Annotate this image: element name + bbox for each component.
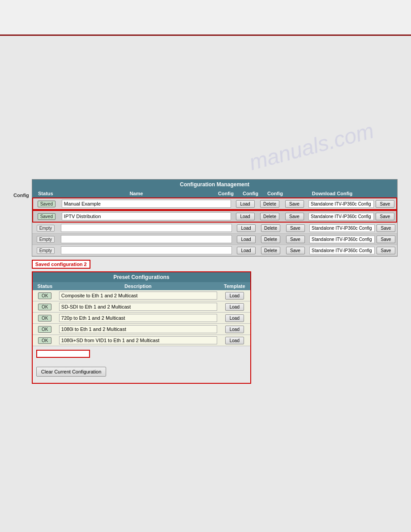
- row-delete-col-2: Delete: [257, 213, 282, 220]
- desc-input-5[interactable]: [59, 336, 217, 344]
- row-status-4: Empty: [32, 236, 59, 243]
- preset-load-col-4: Load: [219, 326, 250, 333]
- header-config2: Config: [238, 191, 263, 196]
- name-input-1[interactable]: [62, 200, 231, 208]
- preset-status-2: OK: [33, 304, 57, 310]
- preset-row-4: OK Load: [33, 324, 250, 335]
- clear-current-config-button[interactable]: Clear Current Configuration: [36, 367, 107, 377]
- ok-badge-3: OK: [38, 315, 51, 322]
- config-table-container: Configuration Management Status Name Con…: [32, 179, 398, 384]
- download-save-button-4[interactable]: Save: [377, 236, 395, 243]
- preset-section: Preset Configurations Status Description…: [32, 271, 251, 384]
- download-input-5[interactable]: [309, 247, 375, 254]
- row-load-col-3: Load: [234, 224, 258, 232]
- row-download-col-4: Save: [308, 236, 397, 243]
- desc-input-3[interactable]: [59, 314, 217, 322]
- row-name-col-1: [60, 200, 233, 208]
- preset-load-button-3[interactable]: Load: [225, 314, 244, 322]
- config-management-title: Configuration Management: [32, 180, 397, 189]
- row-load-col-1: Load: [233, 200, 257, 208]
- preset-row-2: OK Load: [33, 301, 250, 313]
- preset-section-wrapper: Preset Configurations Status Description…: [32, 271, 251, 384]
- preset-desc-col-1: [57, 292, 219, 300]
- row-status-5: Empty: [32, 247, 59, 254]
- status-badge-1: Saved: [38, 201, 56, 207]
- preset-load-button-1[interactable]: Load: [225, 292, 244, 300]
- save-button-1[interactable]: Save: [285, 200, 304, 208]
- desc-input-2[interactable]: [59, 303, 217, 311]
- row-name-col-3: [59, 224, 234, 232]
- saved-config-label: Saved configuration 2: [32, 260, 90, 269]
- red-button-area: [33, 346, 250, 362]
- preset-load-button-4[interactable]: Load: [225, 326, 244, 333]
- config-row-3: Empty Load Delete Save Save: [32, 223, 397, 234]
- download-save-button-2[interactable]: Save: [376, 213, 394, 220]
- name-input-5[interactable]: [61, 246, 232, 254]
- config-label: Config: [13, 179, 29, 198]
- saved-config-area: Saved configuration 2: [32, 258, 398, 270]
- ok-badge-1: OK: [38, 292, 51, 299]
- download-input-2[interactable]: [308, 213, 374, 220]
- load-button-4[interactable]: Load: [237, 236, 256, 243]
- save-button-5[interactable]: Save: [286, 247, 305, 254]
- download-save-button-3[interactable]: Save: [377, 224, 395, 232]
- header-config1: Config: [214, 191, 238, 196]
- download-save-button-1[interactable]: Save: [376, 200, 394, 208]
- red-empty-button[interactable]: [36, 350, 90, 358]
- delete-button-2[interactable]: Delete: [260, 213, 279, 220]
- preset-desc-col-2: [57, 303, 219, 311]
- row-name-col-2: [60, 212, 233, 220]
- preset-load-button-5[interactable]: Load: [225, 337, 244, 344]
- status-badge-5: Empty: [37, 247, 55, 254]
- preset-load-button-2[interactable]: Load: [225, 303, 244, 311]
- row-delete-col-3: Delete: [258, 224, 283, 232]
- preset-status-5: OK: [33, 337, 57, 344]
- desc-input-1[interactable]: [59, 292, 217, 300]
- save-button-3[interactable]: Save: [286, 224, 305, 232]
- name-input-2[interactable]: [62, 212, 231, 220]
- row-save-col-3: Save: [283, 224, 308, 232]
- preset-title: Preset Configurations: [33, 272, 250, 282]
- download-input-3[interactable]: [309, 224, 375, 232]
- save-button-4[interactable]: Save: [286, 236, 305, 243]
- row-status-1: Saved: [33, 201, 60, 207]
- load-button-2[interactable]: Load: [236, 213, 255, 220]
- config-row-2: Saved Load Delete Save Save: [32, 210, 397, 223]
- page-body: Config Configuration Management Status N…: [0, 40, 411, 393]
- row-delete-col-5: Delete: [258, 247, 283, 254]
- row-load-col-5: Load: [234, 247, 258, 254]
- delete-button-1[interactable]: Delete: [260, 200, 279, 208]
- row-download-col-1: Save: [307, 200, 396, 208]
- preset-status-1: OK: [33, 292, 57, 299]
- status-badge-3: Empty: [37, 225, 55, 232]
- preset-load-col-1: Load: [219, 292, 250, 300]
- row-download-col-2: Save: [307, 213, 396, 220]
- config-panel: Configuration Management Status Name Con…: [32, 179, 398, 257]
- delete-button-5[interactable]: Delete: [261, 247, 280, 254]
- config-row-4: Empty Load Delete Save Save: [32, 234, 397, 245]
- load-button-3[interactable]: Load: [237, 224, 256, 232]
- config-row-5: Empty Load Delete Save Save: [32, 245, 397, 256]
- row-load-col-4: Load: [234, 236, 258, 243]
- download-input-1[interactable]: [308, 200, 374, 208]
- header-download: Download Config: [287, 191, 377, 196]
- row-name-col-5: [59, 246, 234, 254]
- delete-button-3[interactable]: Delete: [261, 224, 280, 232]
- load-button-1[interactable]: Load: [236, 200, 255, 208]
- load-button-5[interactable]: Load: [237, 247, 256, 254]
- preset-header-desc: Description: [57, 283, 219, 289]
- row-save-col-1: Save: [282, 200, 307, 208]
- preset-row-5: OK Load: [33, 335, 250, 346]
- preset-row-3: OK Load: [33, 313, 250, 324]
- row-download-col-5: Save: [308, 247, 397, 254]
- status-badge-2: Saved: [38, 213, 56, 220]
- name-input-3[interactable]: [61, 224, 232, 232]
- preset-rows: OK Load OK Load OK Load OK: [33, 290, 250, 346]
- save-button-2[interactable]: Save: [285, 213, 304, 220]
- name-input-4[interactable]: [61, 235, 232, 243]
- desc-input-4[interactable]: [59, 325, 217, 333]
- download-save-button-5[interactable]: Save: [377, 247, 395, 254]
- preset-header-status: Status: [33, 283, 57, 289]
- download-input-4[interactable]: [309, 236, 375, 243]
- delete-button-4[interactable]: Delete: [261, 236, 280, 243]
